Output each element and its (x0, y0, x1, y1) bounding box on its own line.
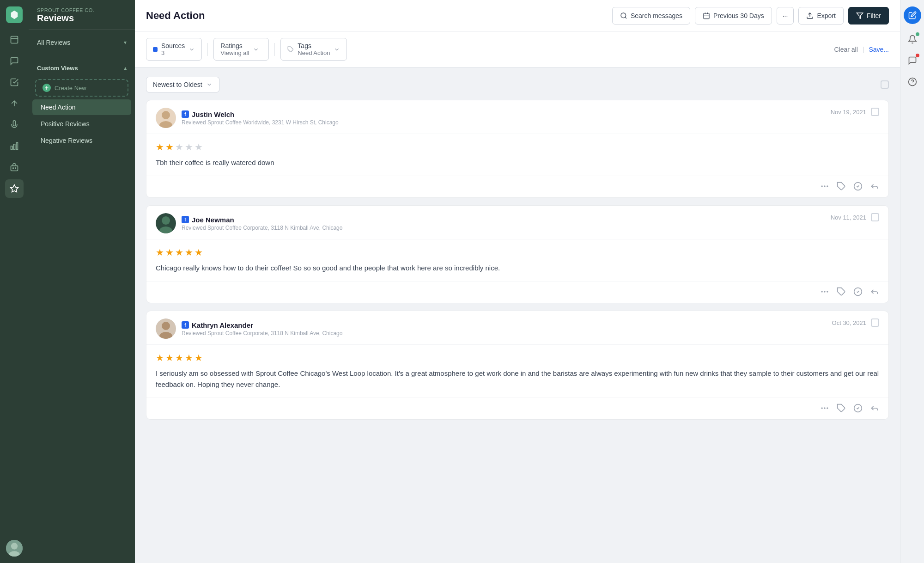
complete-action-icon[interactable] (853, 287, 863, 296)
notifications-button[interactable] (904, 31, 921, 48)
reply-action-icon[interactable] (870, 404, 879, 413)
tag-action-icon[interactable] (837, 404, 846, 413)
svg-point-5 (13, 168, 14, 169)
review-date-area: Nov 11, 2021 (831, 213, 879, 221)
user-name-row: f Justin Welch (182, 110, 339, 118)
brand-subtitle: Sprout Coffee Co. (37, 7, 127, 13)
sources-chevron-icon (188, 46, 195, 53)
search-icon (620, 12, 627, 19)
nav-listening-icon[interactable] (5, 116, 24, 134)
star-rating: ★ ★ ★ ★ ★ (156, 141, 879, 153)
svg-point-28 (824, 291, 825, 292)
sidebar-item-need-action[interactable]: Need Action (32, 99, 131, 115)
svg-point-36 (824, 407, 825, 409)
svg-marker-7 (11, 185, 18, 192)
chat-badge (916, 54, 919, 57)
nav-messages-icon[interactable] (5, 52, 24, 70)
create-new-button[interactable]: + Create New (35, 79, 128, 97)
sources-dropdown[interactable]: Sources 3 (146, 38, 202, 61)
date-range-button[interactable]: Previous 30 Days (695, 7, 772, 24)
chat-button[interactable] (904, 52, 921, 69)
search-button[interactable]: Search messages (612, 7, 690, 24)
filter-button[interactable]: Filter (848, 7, 889, 24)
tag-action-icon[interactable] (837, 182, 846, 191)
chat-icon (908, 56, 917, 65)
avatar (156, 318, 176, 339)
star-4: ★ (185, 247, 193, 258)
star-rating: ★ ★ ★ ★ ★ (156, 247, 879, 258)
review-checkbox[interactable] (871, 108, 879, 116)
nav-bot-icon[interactable] (5, 158, 24, 177)
filter-actions: Clear all | Save... (834, 46, 889, 53)
review-checkbox[interactable] (871, 213, 879, 221)
help-button[interactable] (904, 73, 921, 91)
user-avatar[interactable] (6, 540, 23, 557)
review-actions (146, 176, 888, 197)
star-4: ★ (185, 141, 193, 153)
nav-analytics-icon[interactable] (5, 137, 24, 155)
review-card: f Justin Welch Reviewed Sprout Coffee Wo… (146, 100, 889, 198)
right-panel (900, 0, 924, 563)
sidebar-all-reviews[interactable]: All Reviews ▾ (29, 34, 135, 51)
main-content: Need Action Search messages Previous 30 … (135, 0, 900, 563)
filter-separator-1 (207, 43, 208, 56)
review-text: Chicago really knows how to do their cof… (156, 263, 879, 274)
tag-action-icon[interactable] (837, 287, 846, 296)
svg-rect-4 (11, 166, 18, 171)
nav-inbox-icon[interactable] (5, 31, 24, 49)
star-5: ★ (195, 352, 203, 363)
user-name-row: f Joe Newman (182, 216, 342, 224)
reply-action-icon[interactable] (870, 287, 879, 296)
filter-icon (856, 12, 863, 19)
notification-badge (916, 32, 919, 36)
review-checkbox[interactable] (871, 318, 879, 327)
nav-reviews-icon[interactable] (5, 179, 24, 198)
complete-action-icon[interactable] (853, 182, 863, 191)
sidebar-custom-views-header[interactable]: Custom Views ▴ (29, 60, 135, 74)
bell-icon (908, 35, 917, 44)
more-actions-icon[interactable] (820, 404, 829, 413)
svg-rect-0 (11, 37, 18, 43)
svg-point-19 (821, 185, 823, 187)
svg-rect-2 (13, 144, 15, 150)
sidebar-all-reviews-section: All Reviews ▾ (29, 30, 135, 55)
export-button[interactable]: Export (798, 7, 843, 24)
select-all-checkbox[interactable] (881, 80, 889, 89)
more-actions-icon[interactable] (820, 182, 829, 191)
nav-publish-icon[interactable] (5, 94, 24, 113)
star-3: ★ (175, 352, 183, 363)
svg-point-9 (11, 543, 18, 549)
star-2: ★ (165, 141, 174, 153)
sort-dropdown[interactable]: Newest to Oldest (146, 77, 219, 92)
more-options-button[interactable]: ··· (777, 7, 794, 24)
ratings-dropdown[interactable]: Ratings Viewing all (213, 38, 269, 61)
reply-action-icon[interactable] (870, 182, 879, 191)
icon-rail (0, 0, 29, 563)
review-user: f Joe Newman Reviewed Sprout Coffee Corp… (156, 213, 342, 233)
help-icon (908, 77, 917, 86)
clear-all-button[interactable]: Clear all (834, 46, 857, 53)
nav-tasks-icon[interactable] (5, 73, 24, 92)
chevron-down-icon: ▾ (124, 39, 127, 46)
review-location: Reviewed Sprout Coffee Corporate, 3118 N… (182, 330, 342, 337)
sidebar-item-positive-reviews[interactable]: Positive Reviews (32, 116, 131, 132)
complete-action-icon[interactable] (853, 404, 863, 413)
svg-point-37 (827, 407, 828, 409)
user-info: f Kathryn Alexander Reviewed Sprout Coff… (182, 321, 342, 337)
compose-button[interactable] (904, 6, 921, 24)
svg-rect-3 (16, 143, 18, 150)
save-filter-button[interactable]: Save... (869, 46, 889, 53)
review-body: ★ ★ ★ ★ ★ Chicago really knows how to do… (146, 239, 888, 281)
star-5: ★ (195, 141, 203, 153)
filter-action-divider: | (863, 46, 864, 53)
review-text: I seriously am so obsessed with Sprout C… (156, 368, 879, 390)
review-user: f Kathryn Alexander Reviewed Sprout Coff… (156, 318, 342, 339)
more-actions-icon[interactable] (820, 287, 829, 296)
compose-icon (908, 11, 917, 19)
star-3: ★ (175, 247, 183, 258)
app-logo (6, 6, 23, 23)
review-card: f Joe Newman Reviewed Sprout Coffee Corp… (146, 205, 889, 303)
sidebar-item-negative-reviews[interactable]: Negative Reviews (32, 133, 131, 148)
svg-point-17 (162, 111, 170, 119)
tags-dropdown[interactable]: Tags Need Action (280, 38, 347, 61)
